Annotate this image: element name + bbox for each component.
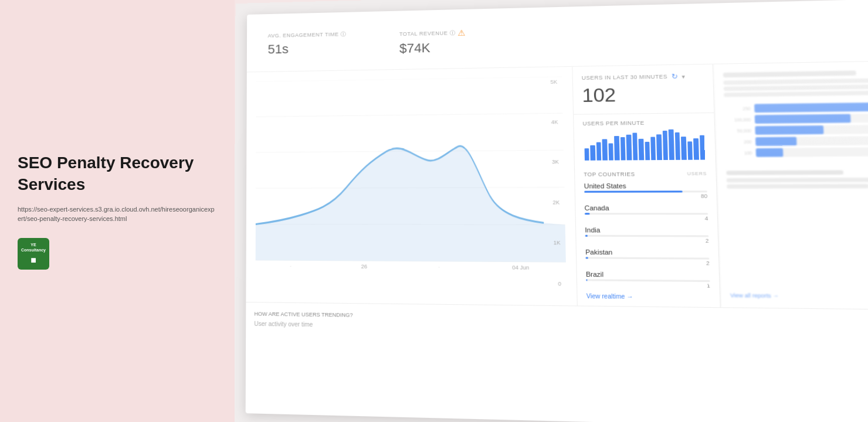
right-blurred-title xyxy=(723,70,856,77)
page-url: https://seo-expert-services.s3.gra.io.cl… xyxy=(18,205,217,224)
page-title: SEO Penalty Recovery Services xyxy=(18,152,217,195)
x-label-empty: · xyxy=(438,264,440,270)
bar-item xyxy=(663,131,669,160)
h-bar-row-1: 250 xyxy=(724,103,868,113)
x-label-0: · xyxy=(290,263,291,269)
country-users-in: 2 xyxy=(585,237,709,244)
main-content: · 26 · 04 Jun 5K 4K 3K 2K 1K 0 xyxy=(246,61,868,309)
country-row-ca: Canada 4 xyxy=(584,204,708,222)
bottom-title: HOW ARE ACTIVE USERS TRENDING? xyxy=(254,311,352,318)
refresh-icon[interactable]: ↻ xyxy=(672,72,679,81)
bar-item xyxy=(681,137,686,160)
bar-item xyxy=(669,130,674,160)
country-name-ca: Canada xyxy=(584,204,708,212)
y-5k: 5K xyxy=(550,79,557,85)
x-label-jun: 04 Jun xyxy=(512,264,529,271)
engagement-label: Avg. engagement time ⓘ xyxy=(268,30,371,40)
line-chart xyxy=(256,76,566,262)
bar-item xyxy=(700,135,706,160)
chart-section: · 26 · 04 Jun 5K 4K 3K 2K 1K 0 xyxy=(246,67,577,306)
bar-item xyxy=(602,139,608,160)
country-users-ca: 4 xyxy=(585,215,708,222)
country-bar-br xyxy=(586,279,587,281)
svg-line-1 xyxy=(256,113,562,117)
h-bar-label-2: 100,000 xyxy=(724,117,751,122)
dashboard-screen: Avg. engagement time ⓘ 51s Total revenue… xyxy=(246,0,868,422)
view-all-link[interactable]: View all reports → xyxy=(730,292,868,301)
bar-item xyxy=(693,138,699,160)
metrics-row: Avg. engagement time ⓘ 51s Total revenue… xyxy=(247,0,868,72)
y-4k: 4K xyxy=(551,119,558,125)
logo-badge: YE Consultancy ■ xyxy=(18,238,49,270)
metric-engagement: Avg. engagement time ⓘ 51s xyxy=(259,23,381,66)
bar-item xyxy=(632,133,638,161)
country-bar-in xyxy=(585,235,588,237)
view-realtime-link[interactable]: View realtime → xyxy=(586,292,711,301)
h-bar-label-1: 250 xyxy=(724,106,751,111)
y-0: 0 xyxy=(554,281,561,287)
h-bar-label-3: 50,000 xyxy=(725,128,751,133)
right-panel: 250 100,000 50,000 xyxy=(713,61,868,309)
country-row-pk: Pakistan 2 xyxy=(585,249,710,267)
bottom-trending: HOW ARE ACTIVE USERS TRENDING? User acti… xyxy=(254,311,353,328)
warning-icon: ⚠ xyxy=(458,28,466,38)
per-minute-section: USERS PER MINUTE xyxy=(574,113,716,165)
y-3k: 3K xyxy=(552,159,559,165)
country-name-us: United States xyxy=(584,182,707,189)
country-row-us: United States 80 xyxy=(584,182,708,199)
bar-chart xyxy=(583,129,707,161)
country-users-us: 80 xyxy=(584,193,707,199)
x-label-26: 26 xyxy=(361,263,367,269)
country-bar-us xyxy=(584,190,683,193)
h-bar-label-5: 100 xyxy=(725,151,752,155)
country-row-br: Brazil 1 xyxy=(586,271,710,289)
country-name-in: India xyxy=(585,226,708,234)
revenue-value: $74K xyxy=(399,39,506,56)
country-bar-pk xyxy=(585,257,588,258)
countries-title: TOP COUNTRIES USERS xyxy=(584,171,707,177)
horizontal-bar-chart: 250 100,000 50,000 xyxy=(724,103,868,158)
left-panel: SEO Penalty Recovery Services https://se… xyxy=(0,0,235,422)
h-bar-row-5: 100 xyxy=(725,147,868,157)
bar-item xyxy=(608,143,613,160)
bar-item xyxy=(614,136,619,161)
dropdown-icon[interactable]: ▾ xyxy=(682,73,686,80)
users-count: 102 xyxy=(582,83,704,107)
country-users-br: 1 xyxy=(586,281,710,288)
bar-item xyxy=(675,132,681,160)
svg-line-0 xyxy=(256,76,562,81)
country-name-pk: Pakistan xyxy=(585,249,709,257)
bar-item xyxy=(687,141,693,159)
bottom-section: HOW ARE ACTIVE USERS TRENDING? User acti… xyxy=(246,302,868,345)
country-users-pk: 2 xyxy=(585,260,709,267)
bar-item xyxy=(626,135,632,161)
y-2k: 2K xyxy=(552,199,560,205)
country-row-in: India 2 xyxy=(585,226,708,244)
h-bar-row-3: 50,000 xyxy=(725,125,868,135)
bar-item xyxy=(596,142,602,161)
logo-icon: ■ xyxy=(30,254,36,267)
users-header: USERS IN LAST 30 MINUTES ↻ ▾ 102 xyxy=(572,64,714,115)
bar-item xyxy=(657,134,662,160)
h-bar-row-2: 100,000 xyxy=(724,114,868,124)
bar-item xyxy=(591,145,596,161)
logo-text: YE Consultancy xyxy=(18,241,49,254)
bottom-subtitle: User activity over time xyxy=(254,321,353,329)
h-bar-row-4: 200 xyxy=(725,136,868,146)
metric-revenue: Total revenue ⓘ ⚠ $74K xyxy=(389,20,516,63)
engagement-value: 51s xyxy=(268,40,371,57)
countries-section: TOP COUNTRIES USERS United States 80 Can… xyxy=(575,165,720,307)
chart-placeholder-top xyxy=(525,11,868,61)
per-minute-label: USERS PER MINUTE xyxy=(582,120,705,127)
users-panel: USERS IN LAST 30 MINUTES ↻ ▾ 102 USERS P… xyxy=(572,64,720,307)
bar-item xyxy=(650,137,656,161)
bar-item xyxy=(585,148,590,161)
country-name-br: Brazil xyxy=(586,271,710,279)
dashboard-area: Avg. engagement time ⓘ 51s Total revenue… xyxy=(233,0,868,422)
bar-item xyxy=(621,137,626,160)
revenue-label: Total revenue ⓘ ⚠ xyxy=(399,27,506,39)
users-title: USERS IN LAST 30 MINUTES ↻ ▾ xyxy=(582,72,704,82)
bar-item xyxy=(639,139,644,160)
country-bar-ca xyxy=(585,213,589,215)
right-bottom-blurred xyxy=(726,170,868,189)
